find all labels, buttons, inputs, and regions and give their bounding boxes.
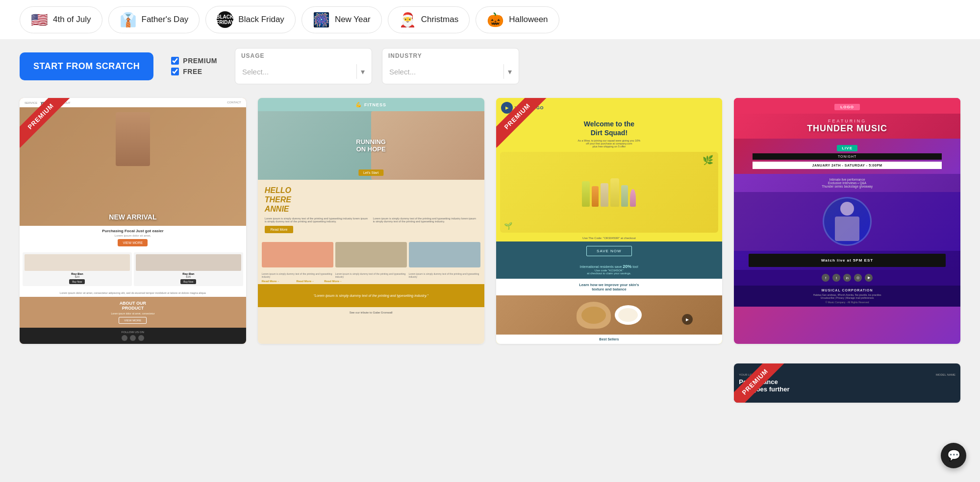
card4-in-icon[interactable]: in xyxy=(843,274,851,282)
card1-view-more-button[interactable]: VIEW MORE xyxy=(118,239,148,246)
templates-grid: PREMIUM SERVICE your logo. ABOUT CONTACT… xyxy=(0,93,980,363)
card4-watch-live-button[interactable]: Watch live at 5PM EST xyxy=(749,254,946,267)
template-card-performance[interactable]: PREMIUM YOUR LOGO MODEL NAME Performance… xyxy=(734,363,960,403)
card2-img-1 xyxy=(262,242,333,267)
free-label: FREE xyxy=(183,68,202,75)
nav-item-fathers-day-label: Father's Day xyxy=(142,15,189,24)
template-card-new-arrival[interactable]: PREMIUM SERVICE your logo. ABOUT CONTACT… xyxy=(20,98,246,344)
card3-logo-mark: ▶ xyxy=(501,102,513,114)
usage-select-placeholder[interactable]: Select... xyxy=(242,68,269,76)
industry-filter: INDUSTRY Select... ▾ xyxy=(382,48,519,84)
card2-img-3 xyxy=(409,242,480,267)
usage-filter: USAGE Select... ▾ xyxy=(235,48,372,84)
card3-save-now-button[interactable]: SAVE NOW xyxy=(586,246,632,256)
template-preview-dirt-squad: ▶ YOUR LOGO Welcome to theDirt Squad! As… xyxy=(496,98,723,344)
card4-artist-avatar xyxy=(823,197,872,246)
premium-label: PREMIUM xyxy=(183,57,217,65)
industry-select-placeholder[interactable]: Select... xyxy=(389,68,416,76)
card2-img-2 xyxy=(335,242,407,267)
black-friday-icon: BLACKFRIDAY xyxy=(217,11,233,28)
template-card-thunder-music[interactable]: LOGO FEATURING THUNDER MUSIC LIVE TONIGH… xyxy=(734,98,960,344)
card1-logo: your logo. xyxy=(41,101,57,104)
nav-item-new-year-label: New Year xyxy=(335,15,371,24)
usage-label: USAGE xyxy=(235,48,372,61)
premium-checkbox-label[interactable]: PREMIUM xyxy=(171,57,217,65)
nav-item-christmas[interactable]: 🎅 Christmas xyxy=(388,6,470,33)
nav-item-fathers-day[interactable]: 👔 Father's Day xyxy=(108,6,200,33)
start-from-scratch-button[interactable]: START FROM SCRATCH xyxy=(20,52,153,80)
card2-read-more-3[interactable]: Read More→ xyxy=(324,280,342,283)
card4-fb-icon[interactable]: f xyxy=(822,274,829,282)
nav-item-black-friday-label: Black Friday xyxy=(238,15,284,24)
card1-hero-text: NEW ARRIVAL xyxy=(109,213,156,221)
empty-slot-2 xyxy=(258,363,484,403)
industry-label: INDUSTRY xyxy=(382,48,519,61)
templates-grid-row2: PREMIUM YOUR LOGO MODEL NAME Performance… xyxy=(0,363,980,412)
card4-tw-icon[interactable]: t xyxy=(832,274,840,282)
empty-slot-3 xyxy=(496,363,723,403)
template-preview-fitness: 💪 FITNESS RUNNINGON HOPE Let's Start HEL… xyxy=(258,98,484,344)
card1-social-fb-icon xyxy=(122,335,127,341)
filters-bar: START FROM SCRATCH PREMIUM FREE USAGE Se… xyxy=(0,39,980,93)
card4-ig-icon[interactable]: ◎ xyxy=(854,274,862,282)
card1-social-ig-icon xyxy=(138,335,144,341)
top-navigation: 🇺🇸 4th of July 👔 Father's Day BLACKFRIDA… xyxy=(0,0,980,39)
card1-view-more-bottom-button[interactable]: VIEW MORE xyxy=(119,317,147,324)
new-year-icon: 🎆 xyxy=(313,12,330,28)
nav-item-4th-of-july-label: 4th of July xyxy=(53,15,91,24)
template-preview-new-arrival: SERVICE your logo. ABOUT CONTACT NEW ARR… xyxy=(20,98,246,344)
industry-chevron-down-icon[interactable]: ▾ xyxy=(508,67,512,76)
filter-divider xyxy=(356,64,357,79)
card4-yt-icon[interactable]: ▶ xyxy=(865,274,873,282)
card1-social-tw-icon xyxy=(130,335,136,341)
template-card-dirt-squad[interactable]: PREMIUM ▶ YOUR LOGO Welcome to theDirt S… xyxy=(496,98,723,344)
filter-divider-2 xyxy=(503,64,504,79)
card2-read-more-2[interactable]: Read More→ xyxy=(296,280,314,283)
fathers-day-icon: 👔 xyxy=(120,12,137,28)
free-checkbox[interactable] xyxy=(171,68,179,75)
4th-of-july-icon: 🇺🇸 xyxy=(31,12,48,28)
card2-read-more-button[interactable]: Read More xyxy=(265,226,294,233)
template-preview-thunder-music: LOGO FEATURING THUNDER MUSIC LIVE TONIGH… xyxy=(734,98,960,344)
nav-item-halloween[interactable]: 🎃 Halloween xyxy=(476,6,559,33)
card1-buy-button-2[interactable]: Buy Now xyxy=(180,279,196,284)
nav-item-4th-of-july[interactable]: 🇺🇸 4th of July xyxy=(20,6,102,33)
template-card-fitness[interactable]: 💪 FITNESS RUNNINGON HOPE Let's Start HEL… xyxy=(258,98,484,344)
card2-read-more-1[interactable]: Read More→ xyxy=(262,280,280,283)
nav-item-christmas-label: Christmas xyxy=(421,15,459,24)
nav-item-black-friday[interactable]: BLACKFRIDAY Black Friday xyxy=(205,6,296,33)
card1-buy-button-1[interactable]: Buy Now xyxy=(69,279,85,284)
usage-chevron-down-icon[interactable]: ▾ xyxy=(361,67,365,76)
filter-checkboxes: PREMIUM FREE xyxy=(163,52,225,80)
nav-item-halloween-label: Halloween xyxy=(509,15,548,24)
free-checkbox-label[interactable]: FREE xyxy=(171,68,217,75)
empty-slot-1 xyxy=(20,363,246,403)
card3-play-button[interactable]: ▶ xyxy=(682,314,693,325)
nav-item-new-year[interactable]: 🎆 New Year xyxy=(302,6,382,33)
card2-lets-start-button[interactable]: Let's Start xyxy=(358,169,383,176)
christmas-icon: 🎅 xyxy=(399,12,416,28)
halloween-icon: 🎃 xyxy=(487,12,504,28)
premium-checkbox[interactable] xyxy=(171,57,179,65)
